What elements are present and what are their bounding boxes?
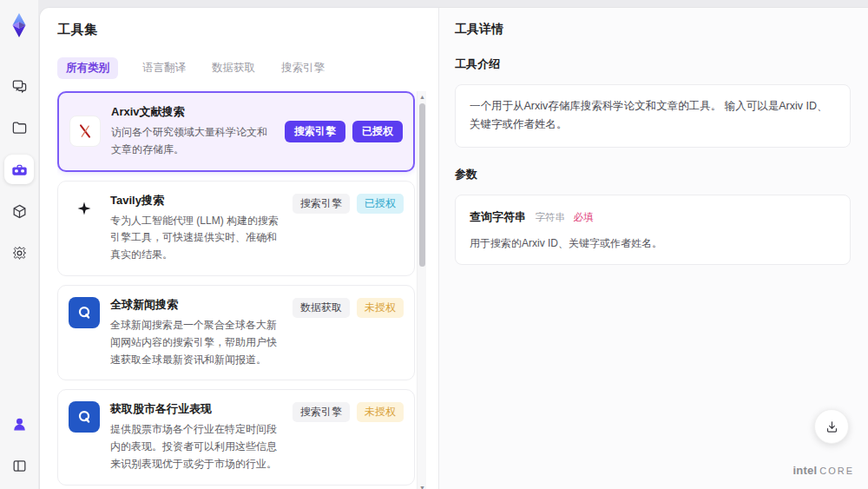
auth-badge: 已授权 [352,121,403,142]
tool-desc: 访问各个研究领域大量科学论文和文章的存储库。 [111,124,274,159]
tool-card-global-news[interactable]: 全球新闻搜索 全球新闻搜索是一个聚合全球各大新闻网站内容的搜索引擎，帮助用户快速… [57,285,415,380]
intro-text: 一个用于从Arxiv存储库搜索科学论文和文章的工具。 输入可以是Arxiv ID… [470,100,828,130]
intel-core-badge: intel CORE [792,464,854,477]
auth-badge: 已授权 [357,194,404,214]
intro-box: 一个用于从Arxiv存储库搜索科学论文和文章的工具。 输入可以是Arxiv ID… [455,84,851,148]
tab-all-categories[interactable]: 所有类别 [57,57,118,79]
auth-badge: 未授权 [357,402,404,422]
toolbox-icon [11,162,28,178]
tool-card-arxiv[interactable]: Arxiv文献搜索 访问各个研究领域大量科学论文和文章的存储库。 搜索引擎 已授… [57,91,415,172]
gear-icon [11,245,28,261]
params-heading: 参数 [455,167,851,182]
download-icon [825,420,839,434]
sidebar-item-tools[interactable] [4,155,34,184]
chat-icon [11,78,28,95]
app-root: 工具集 所有类别 语言翻译 数据获取 搜索引擎 [0,0,868,489]
scrollbar-down-arrow[interactable]: ▼ [418,482,426,489]
tab-data-fetch[interactable]: 数据获取 [210,57,257,79]
user-avatar-icon[interactable] [4,409,34,439]
tool-card-tavily[interactable]: Tavily搜索 专为人工智能代理 (LLM) 构建的搜索引擎工具，可快速提供实… [57,181,415,276]
category-tabs: 所有类别 语言翻译 数据获取 搜索引擎 [57,57,438,79]
tab-language-translation[interactable]: 语言翻译 [141,57,187,79]
tool-name: 获取股市各行业表现 [110,401,282,417]
page-title: 工具集 [57,22,438,38]
tool-desc: 全球新闻搜索是一个聚合全球各大新闻网站内容的搜索引擎，帮助用户快速获取全球最新资… [110,317,282,368]
category-badge: 数据获取 [293,298,350,318]
param-box: 查询字符串 字符串 必填 用于搜索的Arxiv ID、关键字或作者姓名。 [455,195,851,266]
sidebar-item-chat[interactable] [4,71,34,101]
param-desc: 用于搜索的Arxiv ID、关键字或作者姓名。 [470,235,836,252]
tool-name: Tavily搜索 [110,193,282,208]
category-badge: 搜索引擎 [293,402,350,422]
icon-rail [0,0,39,489]
category-badge: 搜索引擎 [293,194,350,214]
param-type: 字符串 [535,212,565,222]
cube-icon [11,203,28,220]
tool-card-sector-performance[interactable]: 获取股市各行业表现 提供股票市场各个行业在特定时间段内的表现。投资者可以利用这些… [57,389,415,485]
folder-icon [11,120,28,136]
scrollbar-up-arrow[interactable]: ▲ [418,91,426,102]
list-scrollbar[interactable]: ▲ ▼ [417,91,426,489]
news-search-logo-icon [69,297,100,328]
auth-badge: 未授权 [357,298,404,318]
sidebar-item-files[interactable] [4,113,34,142]
download-button[interactable] [814,409,849,444]
tavily-star-icon [69,193,100,224]
tool-desc: 专为人工智能代理 (LLM) 构建的搜索引擎工具，可快速提供实时、准确和真实的结… [110,213,282,264]
param-required-badge: 必填 [573,212,593,222]
tool-list: Arxiv文献搜索 访问各个研究领域大量科学论文和文章的存储库。 搜索引擎 已授… [57,91,426,489]
app-logo-icon [6,12,32,38]
tab-search-engine[interactable]: 搜索引擎 [279,57,326,79]
tool-detail-panel: 工具详情 工具介绍 一个用于从Arxiv存储库搜索科学论文和文章的工具。 输入可… [438,8,868,489]
sidebar-item-models[interactable] [4,196,34,226]
sidebar-item-settings[interactable] [4,238,34,268]
main-canvas: 工具集 所有类别 语言翻译 数据获取 搜索引擎 [39,7,868,489]
tool-desc: 提供股票市场各个行业在特定时间段内的表现。投资者可以利用这些信息来识别表现优于或… [110,421,282,472]
tool-name: 全球新闻搜索 [110,297,282,313]
tool-list-panel: 工具集 所有类别 语言翻译 数据获取 搜索引擎 [40,8,438,489]
intro-heading: 工具介绍 [455,56,851,72]
param-name: 查询字符串 [470,210,526,223]
scrollbar-thumb[interactable] [419,103,425,267]
arxiv-logo-icon [69,116,101,147]
news-search-logo-icon [69,401,100,433]
detail-title: 工具详情 [455,22,851,37]
panel-toggle-icon[interactable] [4,451,34,480]
category-badge: 搜索引擎 [285,121,345,142]
tool-name: Arxiv文献搜索 [111,104,274,120]
